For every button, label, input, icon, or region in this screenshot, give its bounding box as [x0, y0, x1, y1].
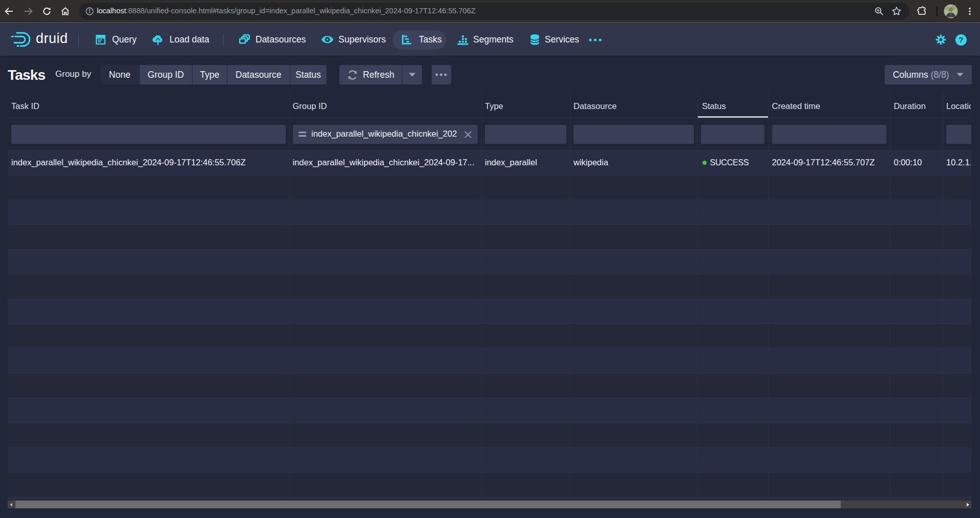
svg-text:?: ? — [958, 35, 963, 44]
